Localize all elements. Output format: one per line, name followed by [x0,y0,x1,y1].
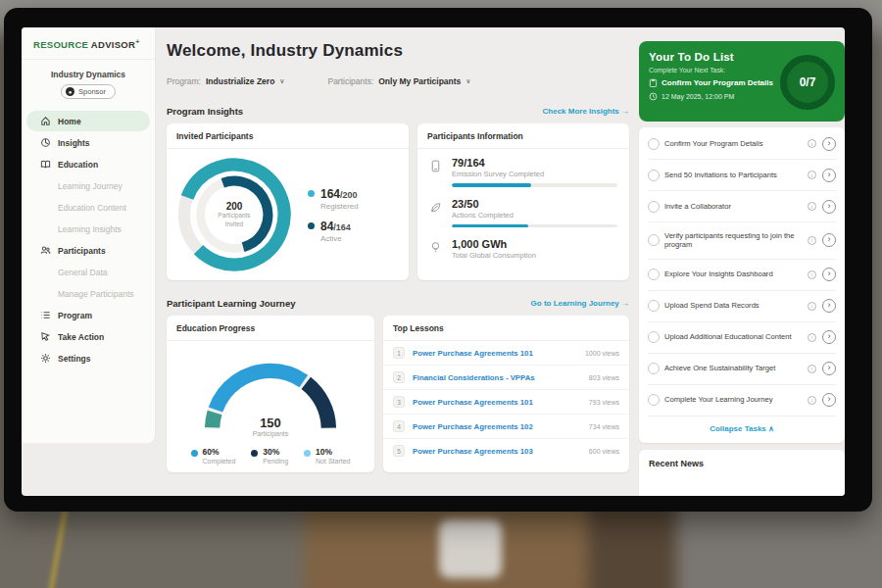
task-row[interactable]: Upload Additional Educational Content i … [648,322,836,354]
lesson-link[interactable]: Power Purchase Agreements 102 [413,422,589,431]
todo-title: Your To Do List [649,51,780,63]
program-insights-header: Program Insights Check More Insights → [167,106,629,117]
sidebar-nav: Home Insights Education Learning Journey… [22,111,155,368]
go-to-learning-journey-link[interactable]: Go to Learning Journey → [531,299,629,308]
sidebar-item-insights[interactable]: Insights [26,132,150,153]
task-row[interactable]: Send 50 Invitations to Participants i › [648,160,836,191]
legend-dot [251,450,258,457]
chevron-right-icon[interactable]: › [822,137,836,151]
clock-icon [649,92,658,101]
info-label: Emission Survey Completed [452,170,617,178]
lesson-link[interactable]: Power Purchase Agreements 101 [413,398,589,407]
sidebar-item-education-content[interactable]: Education Content [26,197,150,218]
sidebar-item-education[interactable]: Education [26,154,150,174]
sidebar-item-manage-participants[interactable]: Manage Participants [26,283,150,304]
donut-center-value: 200 [226,201,243,212]
task-checkbox[interactable] [648,331,660,343]
chevron-right-icon[interactable]: › [822,200,836,214]
info-icon[interactable]: i [808,302,816,311]
lesson-link[interactable]: Power Purchase Agreements 101 [413,349,585,358]
legend-value: 164 [320,187,340,201]
progress-bar-fill [452,183,531,187]
lesson-row: 5 Power Purchase Agreements 103 600 view… [383,439,629,463]
recent-news-title: Recent News [649,459,835,468]
progress-bar [452,183,617,187]
task-row[interactable]: Verify participants requesting to join t… [648,222,836,260]
todo-progress-ring: 0/7 [780,55,835,110]
sidebar-item-learning-insights[interactable]: Learning Insights [26,219,150,239]
task-row[interactable]: Achieve One Sustainability Target i › [648,354,836,385]
info-item-total-consumption: 1,000 GWh Total Global Consumption [429,238,617,260]
sidebar-item-take-action[interactable]: Take Action [26,326,150,347]
education-gauge-chart: 150 Participants [192,353,349,437]
info-icon[interactable]: i [808,171,816,179]
sidebar: RESOURCE ADVISOR+ Industry Dynamics ●Spo… [22,27,156,443]
task-checkbox[interactable] [648,201,660,213]
chevron-right-icon[interactable]: › [822,233,836,247]
participants-dropdown[interactable]: Participants: Only My Participants ∨ [327,76,470,86]
sidebar-item-participants[interactable]: Participants [26,240,150,261]
legend-dot [308,222,315,229]
program-dropdown[interactable]: Program: Industrialize Zero ∨ [167,76,284,86]
info-icon[interactable]: i [808,236,816,245]
lessons-list: 1 Power Purchase Agreements 101 1000 vie… [383,341,629,463]
info-item-emission-survey: 79/164 Emission Survey Completed [429,157,617,187]
org-name: Industry Dynamics [22,70,155,79]
brand-secondary: ADVISOR [88,39,135,50]
lesson-link[interactable]: Power Purchase Agreements 103 [413,447,589,456]
sponsor-badge[interactable]: ●Sponsor [61,84,116,99]
program-label: Program: [167,76,201,86]
chevron-right-icon[interactable]: › [822,299,836,313]
legend-item-not-started: 10%Not Started [304,447,350,465]
check-more-insights-link[interactable]: Check More Insights → [543,107,629,116]
task-row[interactable]: Confirm Your Program Details i › [648,128,836,160]
task-row[interactable]: Invite a Collaborator i › [648,191,836,222]
task-row[interactable]: Upload Spend Data Records i › [648,291,836,322]
chevron-right-icon[interactable]: › [822,393,836,407]
sidebar-item-home[interactable]: Home [26,111,150,131]
gauge-legend: 60%Completed 30%Pending 10%Not Started [172,447,368,465]
legend-label: Registered [320,202,359,211]
info-icon[interactable]: i [808,270,816,279]
info-icon[interactable]: i [808,333,816,342]
sidebar-item-program[interactable]: Program [26,305,150,325]
education-progress-card: Education Progress 150 [167,316,374,472]
participants-value: Only My Participants [378,76,461,86]
legend-value: 30% [263,447,279,457]
info-icon[interactable]: i [808,139,816,148]
info-icon[interactable]: i [808,365,816,373]
task-checkbox[interactable] [648,300,660,312]
task-label: Achieve One Sustainability Target [664,364,803,373]
chevron-right-icon[interactable]: › [822,330,836,344]
lesson-rank-badge: 4 [393,420,405,432]
legend-item-completed: 60%Completed [191,447,236,465]
chevron-right-icon[interactable]: › [822,362,836,375]
info-icon[interactable]: i [808,202,816,211]
task-row[interactable]: Explore Your Insights Dashboard i › [648,260,836,291]
task-checkbox[interactable] [648,138,660,150]
sidebar-item-label: General Data [58,268,108,277]
sidebar-item-label: Take Action [58,332,104,342]
task-checkbox[interactable] [648,170,660,181]
chevron-right-icon[interactable]: › [822,268,836,281]
task-checkbox[interactable] [648,234,660,246]
lesson-link[interactable]: Financial Considerations - VPPAs [413,373,589,382]
sidebar-item-settings[interactable]: Settings [26,348,150,368]
sidebar-item-learning-journey[interactable]: Learning Journey [26,175,150,196]
legend-value: 60% [203,447,220,457]
task-row[interactable]: Complete Your Learning Journey i › [648,385,836,416]
recent-news-card: Recent News [639,450,845,496]
donut-legend: 164/200 Registered 84/164 Active [308,178,359,252]
collapse-tasks-link[interactable]: Collapse Tasks ∧ [648,416,836,442]
sidebar-item-general-data[interactable]: General Data [26,262,150,282]
participants-information-card: Participants Information 79/164 Emission… [417,123,629,280]
todo-summary-panel: Your To Do List Complete Your Next Task:… [639,41,845,122]
task-checkbox[interactable] [648,269,660,280]
info-icon[interactable]: i [808,396,816,405]
sidebar-item-label: Home [58,117,81,126]
task-checkbox[interactable] [648,394,660,406]
legend-dot [191,450,198,457]
task-checkbox[interactable] [648,363,660,374]
section-title: Program Insights [167,106,243,117]
chevron-right-icon[interactable]: › [822,169,836,182]
